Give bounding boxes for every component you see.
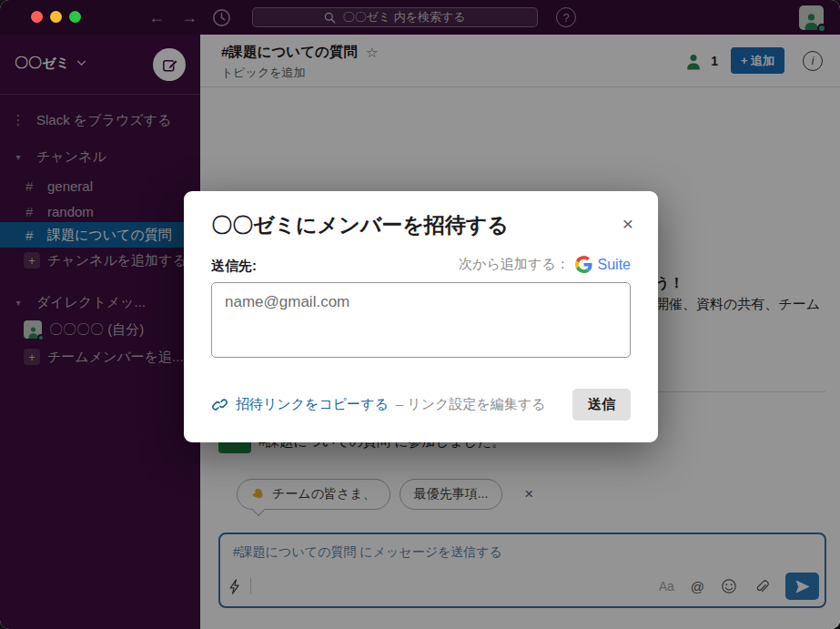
google-logo-icon (575, 256, 592, 273)
close-modal-button[interactable]: × (622, 213, 633, 235)
copy-invite-link-button[interactable]: 招待リンクをコピーする (236, 396, 389, 413)
modal-title: 〇〇ゼミにメンバーを招待する (211, 211, 509, 239)
minimize-window-button[interactable] (50, 11, 62, 23)
slack-window: ← → 〇〇ゼミ 内を検索する ? (0, 0, 840, 629)
invite-members-modal: 〇〇ゼミにメンバーを招待する × 送信先: 次から追加する： Suite 招待リ… (184, 191, 658, 442)
recipient-label: 送信先: (211, 258, 257, 275)
edit-link-settings-button[interactable]: – リンク設定を編集する (396, 396, 546, 413)
send-invite-button[interactable]: 送信 (572, 389, 631, 421)
zoom-window-button[interactable] (69, 11, 81, 23)
close-window-button[interactable] (31, 11, 43, 23)
invite-email-input[interactable] (211, 282, 631, 358)
gsuite-label: Suite (598, 257, 631, 273)
link-icon (211, 396, 228, 413)
add-from-gsuite[interactable]: 次から追加する： Suite (459, 256, 631, 273)
add-from-label: 次から追加する： (459, 256, 569, 273)
window-controls (31, 11, 81, 23)
